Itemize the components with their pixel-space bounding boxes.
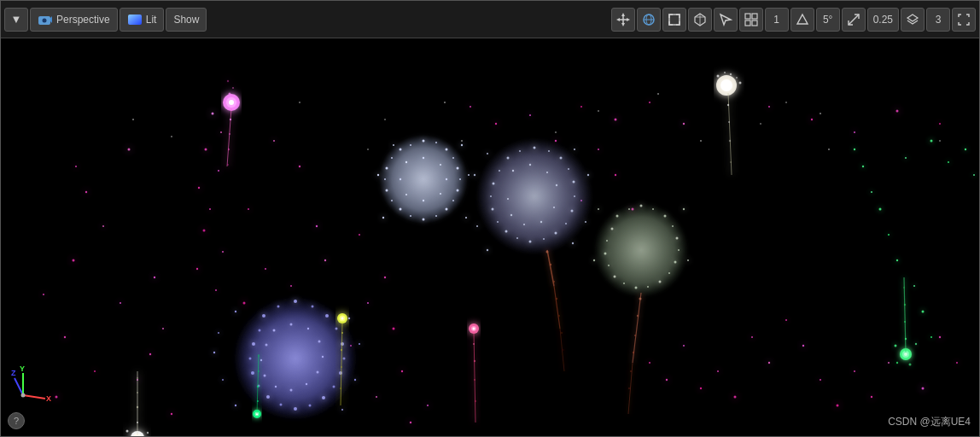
svg-point-347 [909,364,912,366]
svg-point-236 [683,208,685,210]
svg-point-172 [560,157,563,160]
svg-marker-22 [797,15,808,24]
svg-point-328 [258,355,260,357]
globe-icon-btn[interactable] [637,8,661,32]
svg-point-66 [427,405,429,406]
svg-point-123 [820,113,821,114]
layers-number-btn[interactable]: 3 [926,8,950,32]
svg-point-161 [393,144,394,146]
svg-point-45 [171,413,172,415]
svg-rect-20 [745,20,750,26]
toolbar-right: 1 5° 0.25 [611,8,976,32]
angle-btn[interactable]: 5° [816,8,840,32]
maximize-icon-btn[interactable] [662,8,686,32]
svg-point-201 [585,221,586,223]
svg-point-170 [534,147,536,149]
svg-point-35 [85,191,87,193]
lit-button[interactable]: Lit [120,8,165,32]
svg-point-335 [474,379,475,381]
snap-number-btn[interactable]: 1 [765,8,789,32]
svg-point-99 [854,131,855,133]
svg-point-100 [896,110,899,113]
svg-point-265 [249,358,252,360]
svg-point-269 [290,323,293,326]
svg-point-28 [218,170,219,172]
layers-icon-btn[interactable] [901,8,925,32]
help-button[interactable]: ? [8,412,25,429]
svg-point-34 [215,289,217,291]
svg-point-79 [785,319,787,321]
svg-point-175 [574,195,575,197]
svg-point-250 [294,300,297,303]
svg-point-78 [768,362,770,364]
svg-point-278 [260,359,262,361]
svg-point-40 [94,370,96,372]
svg-point-174 [573,181,575,184]
svg-point-137 [446,149,448,151]
arrow-icon [719,13,732,26]
fireworks-canvas [1,38,979,436]
cube-icon-btn[interactable] [688,8,712,32]
svg-point-154 [423,157,424,159]
svg-point-36 [102,225,104,227]
svg-point-227 [647,286,649,288]
svg-point-179 [543,238,545,240]
svg-point-65 [410,422,411,423]
svg-point-47 [128,149,131,151]
grid-icon-btn[interactable] [739,8,763,32]
svg-point-318 [341,349,342,351]
svg-point-341 [905,338,907,340]
svg-point-102 [862,166,864,167]
camera-icon [38,14,53,26]
viewport: ▼ Perspective Lit [0,0,980,437]
svg-point-134 [410,144,411,146]
scale-value-btn[interactable]: 0.25 [867,8,899,32]
scale-icon-btn[interactable] [842,8,866,32]
svg-marker-17 [720,15,731,25]
lit-label: Lit [146,14,157,26]
svg-point-319 [341,366,342,368]
fullscreen-icon-btn[interactable] [952,8,976,32]
svg-point-215 [594,203,688,297]
svg-point-196 [507,198,509,200]
svg-point-2 [43,18,47,22]
svg-text:Z: Z [11,369,16,377]
perspective-label: Perspective [56,14,110,26]
svg-point-144 [435,215,437,217]
perspective-button[interactable]: Perspective [30,8,118,32]
svg-point-292 [229,93,231,96]
svg-point-357 [126,430,129,433]
scene-viewport[interactable]: Z Y X ? CSDN @远离UE4 [1,38,979,436]
show-button[interactable]: Show [166,8,207,32]
triangle-icon-btn[interactable] [790,8,814,32]
svg-point-303 [717,75,720,78]
svg-point-92 [555,140,557,142]
svg-point-138 [452,157,454,159]
svg-point-104 [879,208,882,211]
svg-point-233 [606,240,608,242]
svg-point-88 [922,387,925,390]
svg-point-53 [316,225,318,227]
svg-point-234 [611,228,614,230]
arrow-icon-btn[interactable] [714,8,738,32]
svg-point-188 [512,170,514,172]
svg-point-193 [540,221,542,223]
svg-point-160 [400,178,401,180]
svg-point-39 [64,336,66,338]
svg-point-84 [871,396,872,398]
svg-point-108 [922,311,925,313]
svg-point-171 [548,150,550,152]
svg-point-183 [497,221,499,223]
svg-point-168 [507,157,510,160]
svg-point-136 [435,142,437,143]
svg-point-51 [299,166,300,167]
svg-point-43 [149,353,151,355]
svg-point-131 [939,140,941,142]
svg-point-230 [614,276,616,278]
svg-point-185 [490,195,492,197]
transform-icon-btn[interactable] [611,8,635,32]
svg-point-243 [634,335,636,336]
viewport-dropdown-button[interactable]: ▼ [4,8,28,32]
svg-point-302 [724,83,729,88]
svg-point-298 [228,149,230,150]
